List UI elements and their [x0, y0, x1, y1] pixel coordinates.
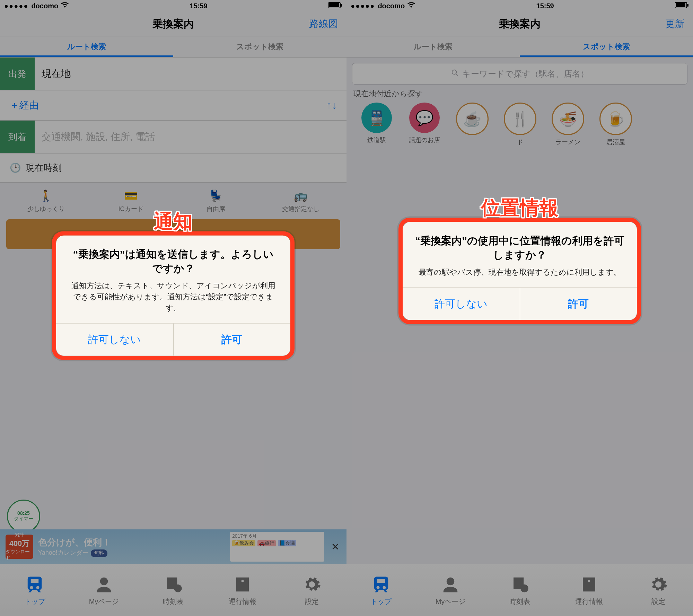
- alert-allow-button[interactable]: 許可: [173, 324, 291, 356]
- annotation-highlight-box: “乗換案内”は通知を送信します。よろしいですか？ 通知方法は、テキスト、サウンド…: [52, 231, 295, 360]
- permission-alert-location: 位置情報 “乗換案内”の使用中に位置情報の利用を許可しますか？ 最寄の駅やバス停…: [398, 218, 641, 324]
- phone-left: ●●●●● docomo 15:59 乗換案内 路線図 ルート検索 スポット検索…: [0, 0, 346, 616]
- annotation-highlight-box: “乗換案内”の使用中に位置情報の利用を許可しますか？ 最寄の駅やバス停、現在地を…: [398, 218, 641, 324]
- alert-deny-button[interactable]: 許可しない: [56, 324, 173, 356]
- annotation-label: 通知: [154, 209, 193, 235]
- alert-message: 最寄の駅やバス停、現在地を取得するために利用します。: [414, 267, 625, 278]
- alert-title: “乗換案内”の使用中に位置情報の利用を許可しますか？: [414, 234, 625, 262]
- alert-title: “乗換案内”は通知を送信します。よろしいですか？: [68, 247, 279, 275]
- alert-allow-button[interactable]: 許可: [520, 288, 637, 320]
- annotation-label: 位置情報: [481, 195, 559, 221]
- ios-alert: “乗換案内”は通知を送信します。よろしいですか？ 通知方法は、テキスト、サウンド…: [56, 236, 290, 356]
- alert-message: 通知方法は、テキスト、サウンド、アイコンバッジが利用できる可能性があります。通知…: [68, 280, 279, 314]
- permission-alert-notification: 通知 “乗換案内”は通知を送信します。よろしいですか？ 通知方法は、テキスト、サ…: [52, 231, 295, 360]
- ios-alert: “乗換案内”の使用中に位置情報の利用を許可しますか？ 最寄の駅やバス停、現在地を…: [403, 222, 637, 320]
- alert-deny-button[interactable]: 許可しない: [403, 288, 520, 320]
- phone-right: ●●●●● docomo 15:59 乗換案内 更新 ルート検索 スポット検索: [346, 0, 693, 616]
